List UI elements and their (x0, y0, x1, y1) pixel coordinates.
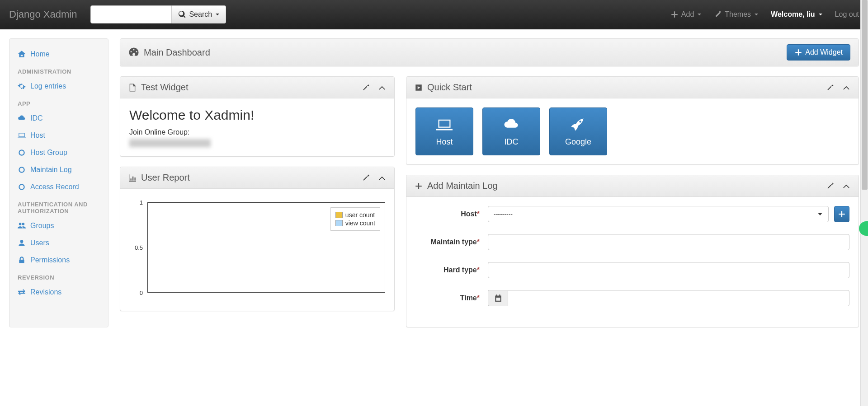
panel-title-text: Quick Start (427, 82, 472, 93)
test-widget-panel: Test Widget Welcome to Xadmin! Join Onli… (120, 76, 395, 157)
gear-icon (18, 82, 26, 90)
chevron-up-icon[interactable] (378, 174, 386, 182)
scrollbar-thumb[interactable] (862, 0, 868, 190)
qs-label: Host (436, 137, 453, 147)
chevron-up-icon[interactable] (842, 84, 850, 92)
legend-view-count: view count (345, 219, 375, 227)
laptop-icon (18, 131, 26, 140)
laptop-icon (436, 117, 453, 133)
sidebar-item-maintain-log[interactable]: Maintain Log (9, 161, 108, 178)
add-widget-button[interactable]: Add Widget (787, 44, 850, 61)
sidebar-label: Host Group (30, 149, 67, 157)
themes-label: Themes (725, 10, 751, 19)
logout-link[interactable]: Log out (835, 10, 859, 19)
rocket-icon (570, 117, 586, 133)
add-host-button[interactable] (834, 206, 849, 222)
bar-chart-icon (128, 174, 137, 182)
search-group: Search (90, 5, 226, 23)
add-maintain-log-panel: Add Maintain Log Host* --------- (406, 175, 859, 327)
plus-icon (794, 48, 802, 56)
sidebar-item-home[interactable]: Home (9, 46, 108, 63)
sidebar-section-app: APP (9, 95, 108, 110)
sidebar-item-access-record[interactable]: Access Record (9, 178, 108, 196)
sidebar-label: Log entries (30, 82, 66, 90)
time-label: Time* (415, 294, 488, 302)
search-icon (178, 10, 186, 19)
blurred-content (129, 139, 211, 147)
themes-menu[interactable]: Themes (714, 10, 758, 19)
host-select-value: --------- (494, 210, 513, 218)
sidebar-label: Access Record (30, 183, 79, 191)
chevron-up-icon[interactable] (378, 84, 386, 92)
top-navbar: Django Xadmin Search Add Themes Welcome,… (0, 0, 868, 29)
sidebar: Home ADMINISTRATION Log entries APP IDC … (9, 38, 108, 327)
quick-start-host[interactable]: Host (415, 107, 473, 155)
lock-icon (18, 256, 26, 264)
hard-type-input[interactable] (488, 262, 849, 278)
caret-icon (216, 14, 219, 15)
dashboard-col-left: Test Widget Welcome to Xadmin! Join Onli… (120, 76, 395, 327)
user-report-chart: 1 0.5 0 user count view count (129, 198, 385, 302)
panel-title-text: Test Widget (141, 82, 188, 93)
sidebar-section-auth: AUTHENTICATION AND AUTHORIZATION (9, 196, 108, 217)
sidebar-item-host-group[interactable]: Host Group (9, 144, 108, 161)
quick-start-idc[interactable]: IDC (482, 107, 540, 155)
dashboard-header-panel: Main Dashboard Add Widget (120, 38, 859, 66)
home-icon (18, 50, 26, 58)
time-input[interactable] (508, 290, 849, 306)
sidebar-label: Home (30, 50, 50, 58)
wrench-icon[interactable] (826, 182, 834, 190)
add-widget-label: Add Widget (805, 48, 843, 56)
test-widget-title: Test Widget (128, 82, 188, 93)
wand-icon (714, 10, 722, 19)
sidebar-item-idc[interactable]: IDC (9, 110, 108, 127)
navbar-right: Add Themes Welcome, liu Log out (670, 10, 859, 19)
sidebar-section-reversion: REVERSION (9, 269, 108, 284)
search-input[interactable] (90, 5, 172, 23)
join-group-text: Join Online Group: (129, 128, 385, 136)
plus-icon (670, 10, 679, 19)
sidebar-label: Groups (30, 222, 54, 230)
cloud-icon (18, 114, 26, 122)
sidebar-item-groups[interactable]: Groups (9, 217, 108, 234)
calendar-addon[interactable] (488, 290, 508, 306)
sidebar-item-host[interactable]: Host (9, 127, 108, 144)
host-label: Host* (415, 210, 488, 218)
y-tick: 1 (140, 199, 143, 206)
maintain-type-input[interactable] (488, 234, 849, 250)
circle-icon (18, 166, 26, 174)
y-tick: 0.5 (135, 244, 143, 251)
wrench-icon[interactable] (362, 84, 370, 92)
wrench-icon[interactable] (362, 174, 370, 182)
welcome-heading: Welcome to Xadmin! (129, 107, 385, 123)
scrollbar[interactable] (860, 0, 868, 336)
dashboard-col-right: Quick Start Host (406, 76, 859, 327)
add-menu[interactable]: Add (670, 10, 701, 19)
maintain-type-label: Maintain type* (415, 238, 488, 246)
host-select[interactable]: --------- (488, 206, 829, 222)
sidebar-item-revisions[interactable]: Revisions (9, 284, 108, 301)
main-content: Main Dashboard Add Widget Test Widget (120, 38, 859, 327)
user-menu[interactable]: Welcome, liu (771, 10, 822, 19)
search-button[interactable]: Search (172, 5, 226, 23)
sidebar-item-users[interactable]: Users (9, 234, 108, 252)
sidebar-item-permissions[interactable]: Permissions (9, 252, 108, 269)
circle-icon (18, 149, 26, 157)
user-icon (18, 239, 26, 247)
plus-icon (838, 210, 846, 218)
wrench-icon[interactable] (826, 84, 834, 92)
triangle-down-icon (817, 211, 823, 217)
qs-label: IDC (505, 137, 519, 147)
sidebar-label: Revisions (30, 288, 61, 296)
sidebar-item-log-entries[interactable]: Log entries (9, 78, 108, 95)
chevron-up-icon[interactable] (842, 182, 850, 190)
hard-type-label: Hard type* (415, 266, 488, 274)
sidebar-label: Permissions (30, 256, 70, 264)
chart-legend: user count view count (330, 207, 380, 231)
legend-user-count: user count (345, 211, 375, 219)
dashboard-row: Test Widget Welcome to Xadmin! Join Onli… (120, 76, 859, 327)
brand-link[interactable]: Django Xadmin (9, 9, 77, 20)
quick-start-google[interactable]: Google (549, 107, 607, 155)
caret-icon (755, 14, 758, 15)
qs-label: Google (565, 137, 591, 147)
